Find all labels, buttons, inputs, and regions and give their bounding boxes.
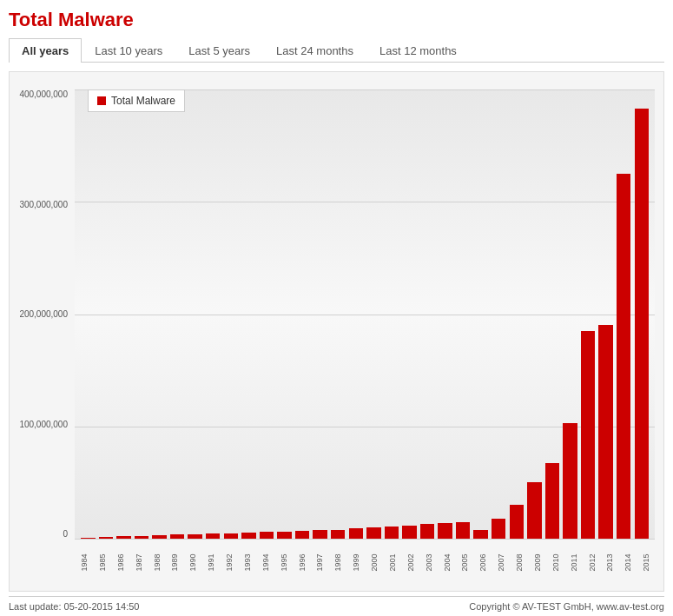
bar-group [97, 89, 115, 539]
y-axis-label: 200,000,000 [19, 309, 68, 319]
bar-group [133, 89, 151, 539]
legend-label: Total Malware [111, 95, 175, 107]
footer-copyright: Copyright © AV-TEST GmbH, www.av-test.or… [469, 601, 664, 612]
bar-group [561, 89, 579, 539]
bar-group [115, 89, 133, 539]
bar [277, 532, 291, 539]
chart-legend: Total Malware [88, 89, 185, 112]
bar [510, 505, 524, 539]
bar-group [346, 89, 365, 539]
bar-group [436, 89, 454, 539]
bar [260, 532, 274, 539]
bar-group [186, 89, 204, 539]
bar [295, 531, 309, 539]
bar-group [222, 89, 241, 539]
y-axis-label: 400,000,000 [19, 89, 68, 99]
tab-5y[interactable]: Last 5 years [175, 38, 263, 63]
bar [581, 331, 595, 539]
bar [473, 530, 487, 539]
bar-group [544, 89, 562, 539]
bar-group [419, 89, 437, 539]
bar [438, 523, 452, 539]
bar [563, 423, 577, 539]
bar-group [597, 89, 615, 539]
bar-group [258, 89, 276, 539]
bar [349, 528, 363, 539]
bar-group [311, 89, 329, 539]
bars-container [75, 89, 655, 539]
legend-color-icon [97, 96, 106, 105]
bar [635, 109, 649, 539]
bar-group [490, 89, 508, 539]
y-axis-label: 100,000,000 [19, 420, 68, 429]
chart-container: Total Malware 400,000,000300,000,000200,… [9, 71, 664, 592]
bar [313, 530, 327, 539]
tab-10y[interactable]: Last 10 years [82, 38, 175, 63]
bar-group [454, 89, 472, 539]
bar-group [579, 89, 597, 539]
bar-group [472, 89, 490, 539]
bar-group [400, 89, 419, 539]
bar-group [294, 89, 312, 539]
bar-group [615, 89, 633, 539]
bar [456, 522, 470, 539]
tab-all[interactable]: All years [9, 38, 82, 63]
bar [402, 526, 416, 540]
bar-group [204, 89, 222, 539]
tab-24m[interactable]: Last 24 months [263, 38, 366, 63]
footer: Last update: 05-20-2015 14:50 Copyright … [9, 596, 664, 616]
bar [598, 325, 612, 539]
bar [366, 527, 380, 539]
bar-group [275, 89, 294, 539]
footer-last-update: Last update: 05-20-2015 14:50 [9, 601, 139, 612]
bar-group [168, 89, 187, 539]
bar [420, 524, 434, 539]
bar-group [240, 89, 258, 539]
y-axis: 400,000,000300,000,000200,000,000100,000… [10, 89, 72, 539]
bar-group [508, 89, 526, 539]
y-axis-label: 300,000,000 [19, 200, 68, 209]
tabs-container: All yearsLast 10 yearsLast 5 yearsLast 2… [9, 38, 664, 63]
bar-group [525, 89, 544, 539]
bar-group [632, 89, 650, 539]
y-axis-label: 0 [63, 529, 68, 539]
x-axis-label: 2015 [622, 553, 670, 572]
bar-group [383, 89, 401, 539]
bar-group [150, 89, 168, 539]
bar [385, 527, 399, 539]
page-title: Total Malware [9, 9, 664, 31]
bar [492, 519, 505, 539]
bar-group [329, 89, 347, 539]
bar-group [365, 89, 383, 539]
bar-group [79, 89, 97, 539]
bar [545, 463, 559, 539]
tab-12m[interactable]: Last 12 months [366, 38, 470, 63]
chart-area [75, 89, 655, 539]
x-axis: 1984198519861987198819891990199119921993… [75, 539, 655, 586]
bar [617, 174, 630, 539]
bar [527, 482, 541, 539]
bar [331, 530, 345, 539]
bar [241, 533, 255, 539]
